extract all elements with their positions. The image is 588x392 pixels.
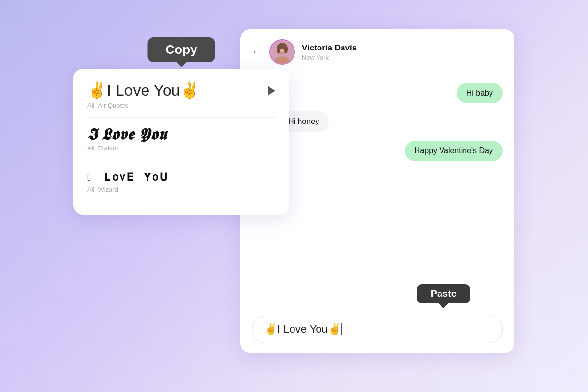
chat-input[interactable]: ✌️I Love You✌️: [252, 316, 503, 343]
text-cursor: [341, 323, 342, 335]
font-item-wizard[interactable]: ɪ ʟovᴇ ʏoᴜ All Wizard: [87, 168, 275, 193]
bubble-valentines: Happy Valentine's Day: [405, 141, 503, 161]
font-text-wizard: ɪ ʟovᴇ ʏoᴜ: [87, 168, 275, 185]
font-category-wizard: All: [87, 186, 94, 193]
svg-point-6: [284, 45, 288, 53]
avatar-image: [270, 40, 294, 64]
font-text-air-quotes: ✌️I Love You✌️: [87, 80, 199, 101]
message-2: Hi honey: [252, 111, 503, 133]
message-3: Happy Valentine's Day: [252, 141, 503, 161]
font-item-fraktur[interactable]: 𝕴 𝕷𝖔𝖛𝖊 𝖄𝖔𝖚 All Fraktur: [87, 125, 275, 152]
font-tags-wizard: All Wizard: [87, 186, 275, 193]
paste-tooltip-label: Paste: [431, 288, 457, 299]
font-tags-fraktur: All Fraktur: [87, 145, 275, 152]
divider-2: [87, 160, 275, 160]
font-style-air: Air Quotes: [98, 102, 128, 109]
avatar: [270, 39, 295, 65]
font-style-wizard: Wizard: [98, 186, 118, 193]
contact-info: Victoria Davis New York: [302, 43, 357, 61]
bubble-hi-baby: Hi baby: [457, 83, 503, 103]
input-text: ✌️I Love You✌️: [264, 323, 341, 335]
font-tags-air-quotes: All Air Quotes: [87, 102, 275, 109]
chat-input-area: Paste ✌️I Love You✌️: [240, 310, 514, 353]
chevron-right-icon: [268, 86, 275, 96]
font-style-fraktur: Fraktur: [98, 145, 118, 152]
font-text-fraktur: 𝕴 𝕷𝖔𝖛𝖊 𝖄𝖔𝖚: [87, 125, 275, 144]
copy-tooltip-label: Copy: [166, 42, 197, 57]
contact-location: New York: [302, 54, 357, 61]
copy-tooltip[interactable]: Copy: [148, 37, 215, 62]
chat-header: ← Victoria Davis: [240, 29, 514, 73]
scene: Copy ✌️I Love You✌️ All Air Quotes 𝕴 𝕷𝖔𝖛…: [74, 29, 514, 363]
font-category-air: All: [87, 102, 94, 109]
font-item-air-quotes[interactable]: ✌️I Love You✌️ All Air Quotes: [87, 80, 275, 109]
divider-1: [87, 117, 275, 118]
contact-name: Victoria Davis: [302, 43, 357, 53]
font-category-fraktur: All: [87, 145, 94, 152]
svg-point-5: [277, 45, 280, 53]
message-1: Hi baby: [252, 83, 503, 103]
font-panel: Copy ✌️I Love You✌️ All Air Quotes 𝕴 𝕷𝖔𝖛…: [74, 69, 289, 215]
paste-tooltip[interactable]: Paste: [417, 284, 470, 303]
back-arrow-icon[interactable]: ←: [252, 46, 263, 58]
